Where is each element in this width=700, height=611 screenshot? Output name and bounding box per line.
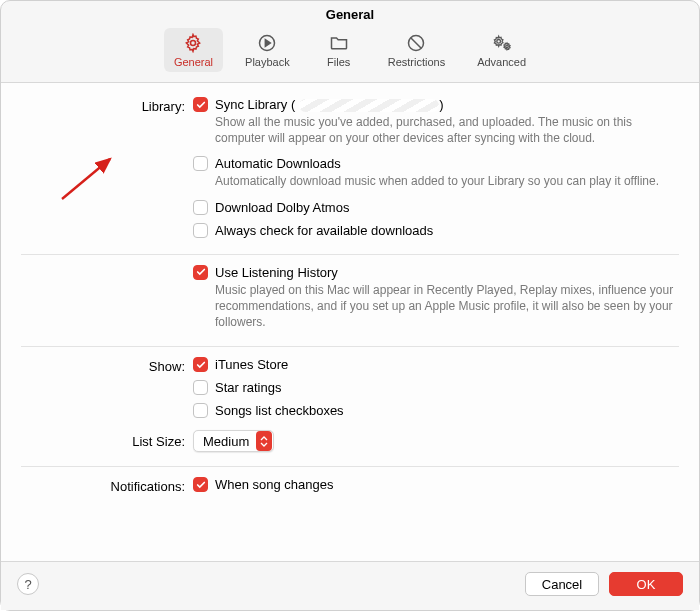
account-redacted xyxy=(299,99,439,112)
tab-advanced[interactable]: Advanced xyxy=(467,28,536,72)
svg-point-4 xyxy=(505,45,508,48)
check-downloads-checkbox[interactable] xyxy=(193,223,208,238)
ok-button[interactable]: OK xyxy=(609,572,683,596)
automatic-downloads-checkbox[interactable] xyxy=(193,156,208,171)
sync-library-checkbox[interactable] xyxy=(193,97,208,112)
tab-label: General xyxy=(174,56,213,68)
listening-history-label: Use Listening History xyxy=(215,265,338,280)
song-changes-checkbox[interactable] xyxy=(193,477,208,492)
itunes-store-label: iTunes Store xyxy=(215,357,288,372)
gear-icon xyxy=(182,32,204,54)
download-dolby-checkbox[interactable] xyxy=(193,200,208,215)
folder-icon xyxy=(328,32,350,54)
window-title: General xyxy=(1,1,699,24)
check-downloads-label: Always check for available downloads xyxy=(215,223,433,238)
tab-label: Playback xyxy=(245,56,290,68)
gears-icon xyxy=(491,32,513,54)
list-size-value: Medium xyxy=(203,434,255,449)
tab-label: Restrictions xyxy=(388,56,445,68)
notifications-label: Notifications: xyxy=(21,477,193,494)
tab-files[interactable]: Files xyxy=(312,28,366,72)
star-ratings-checkbox[interactable] xyxy=(193,380,208,395)
tab-playback[interactable]: Playback xyxy=(235,28,300,72)
cancel-button[interactable]: Cancel xyxy=(525,572,599,596)
tab-restrictions[interactable]: Restrictions xyxy=(378,28,455,72)
help-button[interactable]: ? xyxy=(17,573,39,595)
tab-general[interactable]: General xyxy=(164,28,223,72)
star-ratings-label: Star ratings xyxy=(215,380,281,395)
library-label: Library: xyxy=(21,97,193,114)
automatic-downloads-desc: Automatically download music when added … xyxy=(215,173,675,189)
song-changes-label: When song changes xyxy=(215,477,334,492)
listening-history-checkbox[interactable] xyxy=(193,265,208,280)
sync-library-label: Sync Library () xyxy=(215,97,444,112)
tab-label: Files xyxy=(327,56,350,68)
download-dolby-label: Download Dolby Atmos xyxy=(215,200,349,215)
songs-checkboxes-label: Songs list checkboxes xyxy=(215,403,344,418)
preferences-toolbar: General Playback Files xyxy=(1,24,699,83)
list-size-dropdown[interactable]: Medium xyxy=(193,430,274,452)
show-label: Show: xyxy=(21,357,193,374)
listening-history-desc: Music played on this Mac will appear in … xyxy=(215,282,675,331)
play-circle-icon xyxy=(256,32,278,54)
songs-checkboxes-checkbox[interactable] xyxy=(193,403,208,418)
svg-point-3 xyxy=(496,40,500,44)
svg-point-0 xyxy=(191,41,196,46)
sync-library-desc: Show all the music you've added, purchas… xyxy=(215,114,675,146)
itunes-store-checkbox[interactable] xyxy=(193,357,208,372)
automatic-downloads-label: Automatic Downloads xyxy=(215,156,341,171)
tab-label: Advanced xyxy=(477,56,526,68)
restrict-icon xyxy=(405,32,427,54)
updown-icon xyxy=(256,431,272,451)
list-size-label: List Size: xyxy=(21,434,193,449)
preferences-content: Library: Sync Library () Show all the mu… xyxy=(1,83,699,561)
